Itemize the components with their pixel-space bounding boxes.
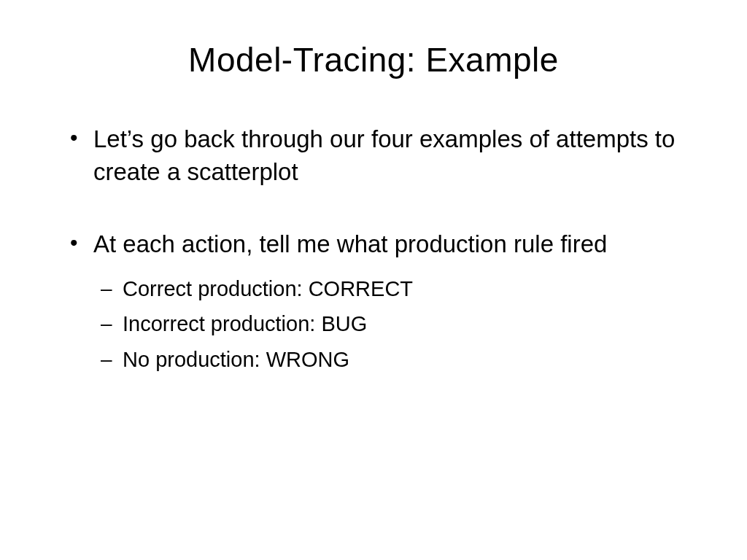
- bullet-list-level1: Let’s go back through our four examples …: [66, 123, 696, 374]
- sub-bullet-item: No production: WRONG: [93, 345, 696, 375]
- sub-bullet-item: Incorrect production: BUG: [93, 309, 696, 339]
- bullet-text: Let’s go back through our four examples …: [93, 125, 675, 185]
- bullet-text: At each action, tell me what production …: [93, 230, 607, 257]
- sub-bullet-item: Correct production: CORRECT: [93, 274, 696, 304]
- sub-bullet-text: No production: WRONG: [123, 348, 349, 371]
- slide-title: Model-Tracing: Example: [51, 40, 696, 79]
- bullet-list-level2: Correct production: CORRECT Incorrect pr…: [93, 274, 696, 375]
- sub-bullet-text: Correct production: CORRECT: [123, 277, 413, 300]
- slide-content: Let’s go back through our four examples …: [51, 123, 696, 374]
- sub-bullet-text: Incorrect production: BUG: [123, 312, 367, 335]
- bullet-item: Let’s go back through our four examples …: [66, 123, 696, 188]
- bullet-item: At each action, tell me what production …: [66, 228, 696, 374]
